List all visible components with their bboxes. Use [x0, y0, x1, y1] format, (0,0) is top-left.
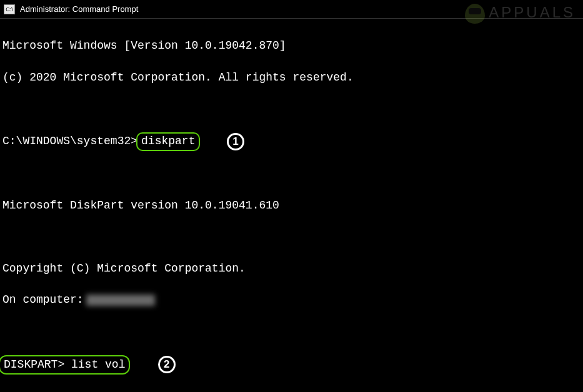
- header-line-1: Microsoft Windows [Version 10.0.19042.87…: [2, 38, 581, 54]
- computer-label: On computer:: [2, 293, 84, 306]
- blank: [2, 101, 581, 117]
- blank: [2, 324, 581, 340]
- blank: [2, 229, 581, 245]
- diskpart-command-highlight: diskpart: [136, 132, 200, 150]
- window-title: Administrator: Command Prompt: [20, 4, 138, 14]
- diskpart-copyright: Copyright (C) Microsoft Corporation.: [2, 261, 581, 277]
- cmd-icon: C:\: [4, 4, 15, 14]
- cmd-line-1: C:\WINDOWS\system32>diskpart 1: [2, 132, 581, 150]
- list-vol-highlight: DISKPART> list vol: [0, 355, 130, 375]
- watermark-icon: [465, 4, 485, 24]
- watermark: APPUALS: [465, 4, 576, 24]
- blank: [2, 167, 581, 182]
- diskpart-computer: On computer:: [2, 292, 581, 308]
- badge-2: 2: [158, 356, 176, 373]
- watermark-text: APPUALS: [489, 4, 576, 21]
- badge-1: 1: [227, 133, 244, 150]
- cmd-line-2: DISKPART> list vol 2: [2, 355, 581, 375]
- header-line-2: (c) 2020 Microsoft Corporation. All righ…: [2, 70, 581, 86]
- diskpart-version: Microsoft DiskPart version 10.0.19041.61…: [2, 198, 581, 213]
- terminal-output[interactable]: Microsoft Windows [Version 10.0.19042.87…: [0, 19, 583, 392]
- prompt-1: C:\WINDOWS\system32>: [2, 135, 137, 147]
- computer-name-blurred: [86, 295, 155, 306]
